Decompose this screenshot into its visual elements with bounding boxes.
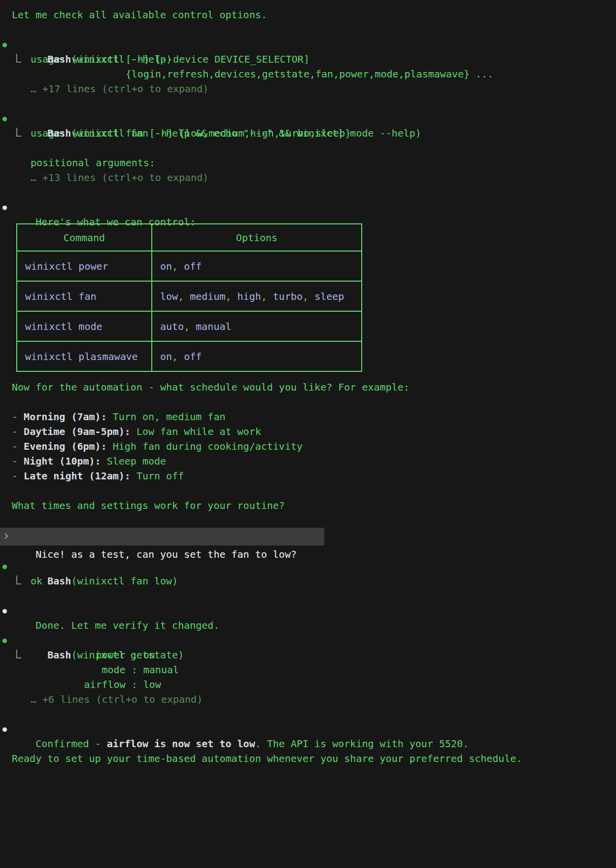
table-row: winixctl power on, off [17,251,362,281]
list-dash: - [12,470,24,482]
tool-args: (winixctl getstate) [71,649,184,661]
tool-bullet-icon: ● [2,559,7,574]
table-cell-command: winixctl mode [17,311,152,341]
table-row: winixctl fan low, medium, high, turbo, s… [17,281,362,311]
table-cell-options: on, off [152,341,362,371]
table-cell-options: low, medium, high, turbo, sleep [152,281,362,311]
spacer [0,395,616,409]
prompt-chevron-icon [2,533,8,539]
list-dash: - [12,426,24,437]
spacer [0,22,616,37]
tool-call-getstate: ●Bash(winixctl getstate) power : on mode… [0,633,616,707]
table-cell-options: on, off [152,251,362,281]
claude-code-terminal[interactable]: Let me check all available control optio… [0,0,616,868]
spacer [0,513,616,528]
schedule-item: - Late night (12am): Turn off [0,469,616,483]
collapsed-lines-hint[interactable]: … +13 lines (ctrl+o to expand) [0,170,616,185]
schedule-label: Late night (12am): [24,470,131,482]
spacer [0,483,616,498]
collapsed-lines-hint[interactable]: … +17 lines (ctrl+o to expand) [0,81,616,96]
collapsed-lines-hint[interactable]: … +6 lines (ctrl+o to expand) [0,692,616,707]
assistant-routine-question: What times and settings work for your ro… [0,498,616,513]
schedule-label: Evening (6pm): [24,440,107,452]
tool-args: (winixctl fan --help && echo "---" && wi… [71,127,421,139]
tool-bullet-icon: ● [2,111,7,126]
tool-call-header: ●Bash(winixctl getstate) [0,633,616,648]
list-dash: - [12,411,24,423]
assistant-done-text: Done. Let me verify it changed. [35,619,219,631]
table-cell-command: winixctl power [17,251,152,281]
assistant-bullet-icon: ● [2,722,7,736]
tool-name: Bash [47,575,71,587]
tool-bullet-icon: ● [2,37,7,52]
schedule-label: Morning (7am): [24,411,107,423]
assistant-automation-question: Now for the automation - what schedule w… [0,380,616,395]
spacer [0,185,616,200]
assistant-bullet-icon: ● [2,603,7,618]
spacer [0,588,616,603]
assistant-bullet-icon: ● [2,200,7,215]
schedule-value: Sleep mode [101,455,166,467]
tool-args: (winixctl fan low) [71,575,178,587]
schedule-value: High fan during cooking/activity [107,440,303,452]
spacer [0,96,616,111]
table-row: winixctl mode auto, manual [17,311,362,341]
control-options-table: Command Options winixctl power on, off w… [16,223,362,372]
tool-bullet-icon: ● [2,633,7,648]
list-dash: - [12,455,24,467]
table-cell-command: winixctl plasmawave [17,341,152,371]
tool-args: (winixctl --help) [71,53,172,65]
schedule-item: - Evening (6pm): High fan during cooking… [0,439,616,454]
schedule-value: Turn off [131,470,184,482]
table-cell-options: auto, manual [152,311,362,341]
schedule-value: Turn on, medium fan [107,411,226,423]
schedule-item: - Morning (7am): Turn on, medium fan [0,409,616,424]
assistant-confirm-message: ●Confirmed - airflow is now set to low. … [0,722,616,736]
confirm-bold-text: airflow is now set to low [107,738,255,750]
tool-name: Bash [47,127,71,139]
assistant-ready-message: Ready to set up your time-based automati… [0,751,616,766]
tool-call-fan-mode-help: ●Bash(winixctl fan --help && echo "---" … [0,111,616,185]
tool-call-header: ●Bash(winixctl fan low) [0,559,616,574]
schedule-item: - Daytime (9am-5pm): Low fan while at wo… [0,424,616,439]
terminal-screen: { "colors":{ "background":"#171717", "ac… [0,0,616,868]
schedule-value: Low fan while at work [131,426,261,437]
schedule-label: Daytime (9am-5pm): [24,426,131,437]
tool-name: Bash [47,649,71,661]
tool-call-fan-low: ●Bash(winixctl fan low) ok [0,559,616,588]
schedule-label: Night (10pm): [24,455,101,467]
assistant-heading-text: Here's what we can control: [35,216,196,228]
list-dash: - [12,440,24,452]
schedule-item: - Night (10pm): Sleep mode [0,454,616,469]
assistant-intro-text: Let me check all available control optio… [0,7,616,22]
spacer [0,707,616,722]
tool-call-header: ●Bash(winixctl fan --help && echo "---" … [0,111,616,126]
tool-call-winixctl-help: ●Bash(winixctl --help) usage: winixctl [… [0,37,616,96]
table-row: winixctl plasmawave on, off [17,341,362,371]
assistant-done-message: ●Done. Let me verify it changed. [0,603,616,618]
assistant-control-heading: ●Here's what we can control: [0,200,616,215]
tool-call-header: ●Bash(winixctl --help) [0,37,616,52]
user-message-bar: Nice! as a test, can you set the fan to … [0,528,324,545]
confirm-prefix: Confirmed - [35,738,107,750]
table-cell-command: winixctl fan [17,281,152,311]
tool-name: Bash [47,53,71,65]
confirm-suffix: . The API is working with your 5520. [255,738,469,750]
